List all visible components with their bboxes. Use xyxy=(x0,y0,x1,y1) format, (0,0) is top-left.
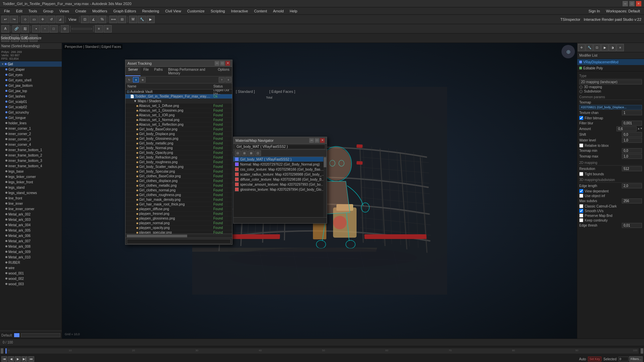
modifier-vray-displacement[interactable]: VRayDisplacementMod xyxy=(577,59,644,65)
scene-item-metal-ark-006[interactable]: Metal_ark_006 xyxy=(0,233,62,238)
utilities-tab[interactable]: ≡ xyxy=(616,44,624,51)
mn-view-btn4[interactable]: ⊡ xyxy=(255,150,261,156)
timeline-bar[interactable]: 0 10 20 30 40 50 60 70 80 90 100 xyxy=(5,348,639,354)
tb2-extra2[interactable]: ≡ xyxy=(104,25,112,33)
mn-scroll-thumb[interactable] xyxy=(324,157,326,167)
at-path-input[interactable] xyxy=(127,239,231,244)
at-refresh-button[interactable]: ↻ xyxy=(126,77,132,82)
at-row-girl-normal[interactable]: ■ Girl_body_Normal.png Found xyxy=(125,146,232,150)
at-settings-button[interactable]: ≡ xyxy=(225,77,231,82)
filter-blur-input[interactable]: 0,001 xyxy=(622,121,642,126)
scene-list-scrollbar[interactable] xyxy=(0,329,62,332)
scene-item-girl-diaper[interactable]: Girl_diaper xyxy=(0,67,62,72)
scene-item-line-inner-corner[interactable]: line_inner_corner xyxy=(0,206,62,212)
at-row-girl-glossiness[interactable]: ■ Girl_body_Glossiness.png Found xyxy=(125,136,232,141)
edge-length-input[interactable]: 2,0 xyxy=(622,183,642,188)
classic-cc-checkbox[interactable] xyxy=(579,204,583,208)
type-2d-mapping[interactable]: 2D mapping (landscape) xyxy=(579,79,642,84)
at-row-girl-clothes-metal[interactable]: ■ Girl_clothes_metallic.png Found xyxy=(125,183,232,188)
at-row-abacus-diffuse[interactable]: ■ Abacus_set_1_Diffuse.png Found xyxy=(125,104,232,108)
scene-item-holder-lines[interactable]: holder_lines xyxy=(0,120,62,126)
scale-button[interactable]: ⊿ xyxy=(56,16,64,23)
scene-item-metal-ark-002[interactable]: Metal_ark_002 xyxy=(0,212,62,217)
unlink-button[interactable]: ⛓ xyxy=(21,25,29,33)
scene-item-inner-corner-4[interactable]: inner_corner_4 xyxy=(0,142,62,147)
at-row-vault[interactable]: ⊡ Autodesk Vault Logged Out (As... xyxy=(125,89,232,94)
filter-button[interactable]: Filters... xyxy=(629,356,643,362)
at-tab-file[interactable]: File xyxy=(141,67,151,76)
snap-toggle[interactable]: ⊡ xyxy=(81,16,89,23)
at-row-main-file[interactable]: 📄 Toddler_Girl_in_Textile_Playpen_Fur_ma… xyxy=(125,94,232,99)
play-button[interactable]: ▶ xyxy=(15,356,21,362)
menu-file[interactable]: File xyxy=(1,8,13,14)
scene-item-girl-tongue[interactable]: Girl_tongue xyxy=(0,115,62,120)
menu-edit[interactable]: Edit xyxy=(13,8,25,14)
keep-continuity-checkbox[interactable] xyxy=(579,218,583,222)
scene-item-legs-base[interactable]: legs_base xyxy=(0,169,62,174)
scene-item-girl-jaw-top[interactable]: Girl_jaw_top xyxy=(0,88,62,94)
at-row-girl-roughness[interactable]: ■ Girl_body_roughness.png Found xyxy=(125,160,232,165)
select-button[interactable]: ⊹ xyxy=(21,16,29,23)
scene-item-wood-002[interactable]: wood_002 xyxy=(0,276,62,281)
at-row-girl-specular[interactable]: ■ Girl_body_Specular.png Found xyxy=(125,169,232,174)
redo-button[interactable]: ↪ xyxy=(10,16,18,23)
select-all-button[interactable]: A xyxy=(1,25,9,33)
mn-minimize-button[interactable]: ─ xyxy=(309,138,314,143)
render-setup[interactable]: 🔧 xyxy=(138,16,146,23)
at-row-girl-opacity[interactable]: ■ Girl_body_Opacity.png Found xyxy=(125,150,232,155)
sign-in-button[interactable]: Sign In xyxy=(586,8,602,14)
scene-item-inner-frame-bottom-4[interactable]: inner_frame_bottom_4 xyxy=(0,163,62,169)
at-tab-bitmap-perf[interactable]: Bitmap Performance and Memory xyxy=(165,67,215,76)
at-row-playpen-specular[interactable]: ■ playpen_specular.png Found xyxy=(125,230,232,234)
mn-row-glossiness[interactable]: glossiness_texture: Map #2070297994 (Gir… xyxy=(233,187,327,192)
at-row-girl-clothes-base[interactable]: ■ Girl_clothes_BaseColor.png Found xyxy=(125,174,232,179)
menu-scripting[interactable]: Scripting xyxy=(208,8,228,14)
scene-item-metal-ark-008[interactable]: Metal_ark_008 xyxy=(0,244,62,249)
hierarchy-tab[interactable]: ⊡ xyxy=(593,44,601,51)
menu-customize[interactable]: Customize xyxy=(184,8,207,14)
scene-item-girl-scrunchy[interactable]: Girl_scrunchy xyxy=(0,110,62,115)
scene-item-metal-ark-004[interactable]: Metal_ark_004 xyxy=(0,222,62,228)
mn-close-button[interactable]: ✕ xyxy=(320,138,325,143)
shift-input[interactable]: 0,0 xyxy=(622,132,642,137)
mn-scrollbar[interactable] xyxy=(323,157,327,217)
scene-item-metal-ark-010[interactable]: Metal_ark_010 xyxy=(0,254,62,260)
max-subdvs-input[interactable]: 256 xyxy=(622,198,642,203)
menu-graph-editors[interactable]: Graph Editors xyxy=(111,8,139,14)
at-row-girl-displace[interactable]: ■ Girl_body_Displace.png Found xyxy=(125,132,232,136)
at-row-playpen-diffuse[interactable]: ■ playpen_diffuse.png Found xyxy=(125,207,232,212)
at-row-abacus-reflect[interactable]: ■ Abacus_set_1_Reflection.png Found xyxy=(125,122,232,127)
tb2-btn1[interactable]: ▪ xyxy=(32,25,40,33)
at-merge-button[interactable]: ⊕ xyxy=(140,77,146,82)
relative-bbox-checkbox[interactable] xyxy=(579,143,583,147)
menu-modifiers[interactable]: Modifiers xyxy=(90,8,110,14)
scene-item-girl-eyes-shell[interactable]: Girl_eyes_shell xyxy=(0,77,62,83)
minimize-button[interactable]: ─ xyxy=(623,1,628,6)
preserve-map-bnd-checkbox[interactable] xyxy=(579,214,583,218)
scene-item-legs-stand-screws[interactable]: legs_stand_screws xyxy=(0,190,62,195)
menu-content[interactable]: Content xyxy=(251,8,270,14)
tb2-btn3[interactable]: □ xyxy=(50,25,58,33)
filter-bitmap-checkbox[interactable] xyxy=(579,116,583,120)
angle-snap[interactable]: ∡ xyxy=(90,16,98,23)
select-region-button[interactable]: ▭ xyxy=(30,16,38,23)
go-to-end-button[interactable]: ⏭ xyxy=(28,356,34,362)
scene-item-inner-frame-bottom-1[interactable]: inner_frame_bottom_1 xyxy=(0,147,62,153)
scene-item-girl-jaw-bottom[interactable]: Girl_jaw_bottom xyxy=(0,83,62,88)
mn-view-btn1[interactable]: ⊟ xyxy=(235,150,241,156)
at-row-girl-refraction[interactable]: ■ Girl_body_Refraction.png Found xyxy=(125,155,232,160)
motion-tab[interactable]: ▶ xyxy=(601,44,608,51)
at-minimize-button[interactable]: ─ xyxy=(215,61,219,66)
resolution-input[interactable]: 512 xyxy=(622,166,642,171)
at-tab-server[interactable]: Server xyxy=(125,67,141,76)
material-editor[interactable]: M xyxy=(129,16,137,23)
set-key-button[interactable]: Set Key xyxy=(588,357,601,361)
scene-item-ruber[interactable]: RUBER xyxy=(0,260,62,265)
at-help-button[interactable]: ? xyxy=(219,77,225,82)
display-mode[interactable]: Display xyxy=(11,35,19,42)
orientation-gizmo[interactable]: ⊕ xyxy=(561,45,575,58)
prev-frame-button[interactable]: ◀ xyxy=(8,356,14,362)
3d-mapping-radio[interactable] xyxy=(579,85,583,89)
scene-item-metal-ark-007[interactable]: Metal_ark_007 xyxy=(0,238,62,244)
scene-item-line-front[interactable]: line_front xyxy=(0,195,62,201)
